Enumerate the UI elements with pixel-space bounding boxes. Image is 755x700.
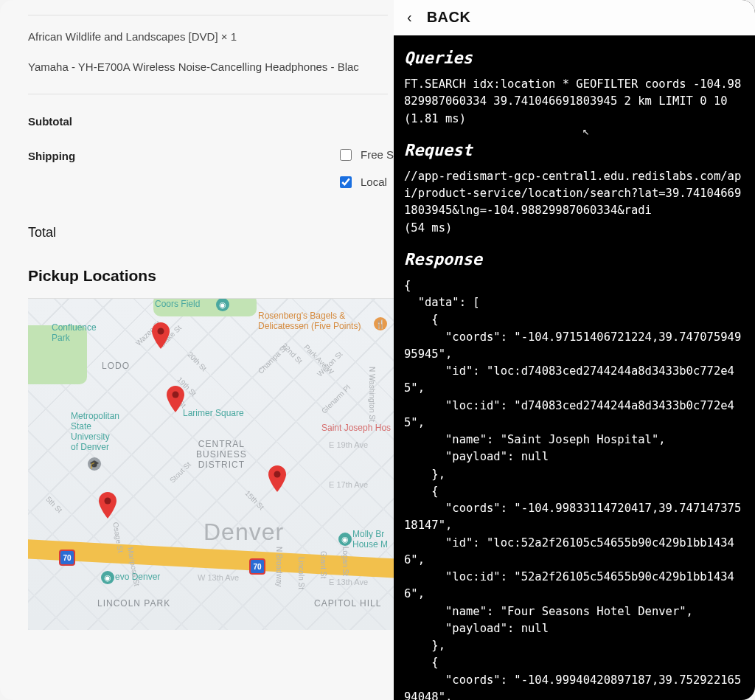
- map-label: E 19th Ave: [329, 440, 368, 449]
- pickup-heading: Pickup Locations: [28, 267, 394, 285]
- shipping-option-free[interactable]: Free S: [340, 148, 394, 161]
- street-label: N Broadway: [275, 547, 283, 586]
- map-label: E 13th Ave: [329, 578, 368, 586]
- svg-point-3: [105, 498, 111, 505]
- svg-point-1: [173, 392, 179, 398]
- shipping-label: Shipping: [28, 150, 340, 162]
- divider: [28, 15, 388, 15]
- map-label: Saint Joseph Hos: [321, 423, 391, 433]
- poi-stadium-icon: ◉: [216, 298, 229, 311]
- response-heading: Response: [404, 247, 748, 271]
- poi-food-icon: 🍴: [374, 317, 387, 330]
- map-label: Molly Br House M: [352, 529, 388, 550]
- cart-item: African Wildlife and Landscapes [DVD] × …: [28, 30, 394, 43]
- map-label: Confluence Park: [52, 322, 97, 343]
- queries-body: FT.SEARCH idx:location * GEOFILTER coord…: [404, 76, 748, 128]
- shipping-options: Free S Local: [340, 148, 394, 188]
- hwy-shield: 70: [59, 550, 75, 566]
- poi-university-icon: 🎓: [88, 457, 101, 471]
- response-body: { "data": [ { "coords": "-104.9715140672…: [404, 277, 748, 700]
- map-label: LODO: [102, 361, 130, 371]
- divider: [28, 94, 388, 94]
- street-label: N Washington St: [368, 367, 376, 422]
- free-shipping-checkbox[interactable]: [340, 149, 352, 161]
- map-label: W 13th Ave: [198, 573, 239, 582]
- pickup-map[interactable]: 70 70 ◉ 🍴 🎓 ◉ ◉ Coors Field Rosenberg's …: [28, 298, 394, 630]
- map-label: Larimer Square: [183, 408, 244, 418]
- queries-heading: Queries: [404, 46, 748, 70]
- request-body: //app-redismart-gcp-central1.edu.redisla…: [404, 168, 748, 237]
- request-heading: Request: [404, 138, 748, 162]
- street-label: Grant St: [319, 551, 327, 578]
- back-button[interactable]: ‹ BACK: [394, 0, 755, 35]
- map-marker-icon[interactable]: [167, 386, 184, 412]
- back-arrow-icon: ‹: [407, 10, 412, 24]
- map-marker-icon[interactable]: [268, 465, 286, 492]
- subtotal-label: Subtotal: [28, 115, 394, 128]
- local-pickup-label: Local: [361, 176, 387, 188]
- map-label: Rosenberg's Bagels & Delicatessen (Five …: [258, 311, 361, 331]
- checkout-panel: African Wildlife and Landscapes [DVD] × …: [0, 0, 394, 700]
- map-label: LINCOLN PARK: [97, 598, 170, 609]
- free-shipping-label: Free S: [361, 148, 394, 161]
- map-marker-icon[interactable]: [99, 492, 116, 519]
- local-pickup-checkbox[interactable]: [340, 176, 352, 188]
- map-label: Metropolitan State University of Denver: [71, 411, 119, 452]
- map-label: Denver: [203, 519, 284, 546]
- total-label: Total: [28, 225, 394, 240]
- map-label: E 17th Ave: [329, 480, 368, 489]
- map-label: CENTRAL BUSINESS DISTRICT: [196, 439, 247, 470]
- inspector-panel: ‹ BACK Queries FT.SEARCH idx:location * …: [394, 0, 755, 700]
- cart-item: Yamaha - YH-E700A Wireless Noise-Cancell…: [28, 60, 394, 73]
- map-marker-icon[interactable]: [152, 322, 170, 349]
- map-label: CAPITOL HILL: [314, 598, 381, 609]
- poi-icon: ◉: [338, 533, 352, 546]
- street-label: Lincoln St: [297, 557, 305, 589]
- street-label: Logan St: [341, 547, 349, 576]
- svg-point-2: [274, 471, 281, 478]
- svg-point-0: [158, 328, 164, 335]
- poi-icon: ◉: [101, 571, 114, 584]
- map-label: Coors Field: [155, 299, 200, 309]
- back-label: BACK: [427, 6, 471, 28]
- hwy-shield: 70: [249, 558, 265, 575]
- shipping-option-local[interactable]: Local: [340, 176, 394, 188]
- shipping-row: Shipping Free S Local: [28, 150, 394, 188]
